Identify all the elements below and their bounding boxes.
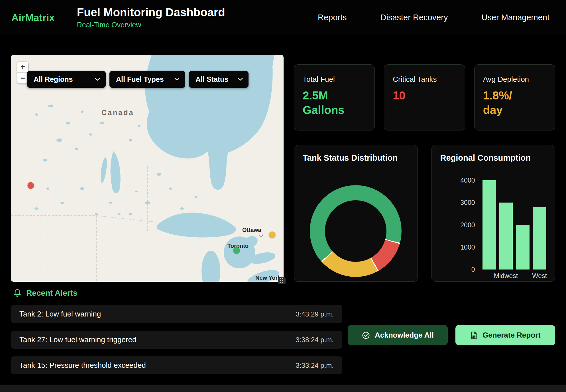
y-tick: 3000 [460, 199, 475, 207]
acknowledge-all-label: Acknowledge All [375, 331, 434, 340]
y-tick: 0 [471, 266, 475, 273]
bar-chart-plot [482, 180, 546, 270]
nav-disaster-recovery[interactable]: Disaster Recovery [380, 13, 448, 22]
map-marker-critical[interactable] [27, 182, 34, 189]
alert-time: 3:33:24 p.m. [296, 362, 334, 369]
app-header: AirMatrix Fuel Monitoring Dashboard Real… [0, 0, 566, 35]
document-icon [470, 331, 478, 340]
bar-chart-y-axis: 4000 3000 2000 1000 0 [455, 180, 475, 270]
alert-row: Tank 27: Low fuel warning triggered 3:38… [11, 331, 342, 349]
zoom-out-button[interactable]: − [17, 73, 28, 83]
map-zoom-control: + − [17, 62, 28, 83]
map-panel: Canada Ottawa Toronto New York + − All R… [11, 55, 284, 282]
alerts-heading: Recent Alerts [26, 289, 77, 298]
generate-report-label: Generate Report [482, 331, 541, 340]
donut-chart [310, 185, 402, 277]
stat-label: Total Fuel [303, 75, 366, 84]
x-tick [516, 272, 530, 280]
zoom-in-button[interactable]: + [17, 62, 28, 73]
stat-value: 10 [393, 88, 456, 103]
bar [516, 225, 530, 270]
stat-value-line: 2.5M [303, 88, 366, 103]
main-content: Canada Ottawa Toronto New York + − All R… [0, 35, 566, 392]
tank-status-card: Tank Status Distribution [294, 145, 418, 282]
charts-row: Tank Status Distribution Regional Consum… [294, 145, 555, 282]
x-tick: West [533, 272, 546, 280]
chevron-down-icon [174, 78, 180, 81]
map-label-new-york: New York [255, 275, 281, 281]
y-tick: 4000 [460, 177, 475, 184]
generate-report-button[interactable]: Generate Report [455, 325, 555, 345]
map-filter-bar: All Regions All Fuel Types All Status [27, 71, 249, 88]
alert-message: Tank 27: Low fuel warning triggered [19, 335, 136, 344]
regions-filter-dropdown[interactable]: All Regions [27, 71, 106, 88]
stat-card-critical-tanks: Critical Tanks 10 [384, 64, 465, 130]
alert-row: Tank 2: Low fuel warning 3:43:29 p.m. [11, 305, 342, 323]
stats-row: Total Fuel 2.5M Gallons Critical Tanks 1… [294, 64, 555, 130]
alert-message: Tank 15: Pressure threshold exceeded [19, 361, 146, 370]
fuel-types-filter-label: All Fuel Types [116, 75, 164, 83]
alert-list: Tank 2: Low fuel warning 3:43:29 p.m. Ta… [11, 305, 342, 374]
alerts-heading-row: Recent Alerts [11, 289, 555, 298]
map-marker-warning[interactable] [269, 232, 275, 238]
main-nav: Reports Disaster Recovery User Managemen… [318, 13, 555, 22]
stat-value-line: Gallons [303, 103, 366, 117]
stat-label: Avg Depletion [483, 75, 546, 84]
alert-row: Tank 15: Pressure threshold exceeded 3:3… [11, 356, 342, 374]
stat-label: Critical Tanks [393, 75, 456, 84]
nav-user-management[interactable]: User Management [481, 13, 549, 22]
recent-alerts-section: Recent Alerts Tank 2: Low fuel warning 3… [11, 289, 555, 374]
stat-value-line: 10 [393, 88, 456, 103]
stat-value-line: day [483, 103, 546, 117]
map-label-ottawa: Ottawa [242, 227, 262, 233]
regional-consumption-card: Regional Consumption 4000 3000 2000 1000… [431, 145, 555, 282]
title-block: Fuel Monitoring Dashboard Real-Time Over… [77, 6, 225, 29]
acknowledge-all-button[interactable]: Acknowledge All [348, 325, 448, 345]
bar-chart-x-axis: Midwest West [482, 272, 546, 280]
nav-reports[interactable]: Reports [318, 13, 347, 22]
bar [533, 207, 546, 270]
regions-filter-label: All Regions [34, 75, 73, 83]
status-filter-dropdown[interactable]: All Status [189, 71, 249, 88]
alert-message: Tank 2: Low fuel warning [19, 310, 101, 318]
stat-value: 1.8%/ day [483, 88, 546, 117]
x-tick: Midwest [499, 272, 513, 280]
donut-hole [325, 200, 386, 262]
page-title: Fuel Monitoring Dashboard [77, 6, 225, 19]
stat-card-total-fuel: Total Fuel 2.5M Gallons [294, 64, 375, 130]
bar [499, 203, 513, 270]
bar-chart: 4000 3000 2000 1000 0 [455, 180, 546, 270]
alert-time: 3:43:29 p.m. [296, 310, 334, 318]
map-marker-normal[interactable] [233, 247, 240, 254]
check-circle-icon [362, 331, 370, 340]
y-tick: 1000 [460, 243, 475, 251]
chevron-down-icon [95, 78, 100, 81]
alert-time: 3:38:24 p.m. [296, 336, 334, 344]
status-filter-label: All Status [196, 75, 228, 83]
map-basemap: Canada Ottawa Toronto New York [11, 55, 284, 282]
right-column: Total Fuel 2.5M Gallons Critical Tanks 1… [294, 55, 555, 282]
y-tick: 2000 [460, 221, 475, 229]
stat-value: 2.5M Gallons [303, 88, 366, 117]
stat-value-line: 1.8%/ [483, 88, 546, 103]
page-subtitle: Real-Time Overview [77, 21, 225, 29]
stat-card-avg-depletion: Avg Depletion 1.8%/ day [474, 64, 555, 130]
map-label-country: Canada [101, 109, 134, 117]
page: AirMatrix Fuel Monitoring Dashboard Real… [0, 0, 566, 392]
chevron-down-icon [238, 78, 243, 81]
donut-chart-title: Tank Status Distribution [303, 153, 409, 163]
bar-chart-title: Regional Consumption [440, 153, 547, 163]
bell-icon [13, 289, 22, 298]
city-dot-ottawa [260, 234, 262, 237]
map-canvas[interactable]: Canada Ottawa Toronto New York [11, 55, 284, 282]
resize-grip-icon[interactable] [278, 277, 286, 284]
fuel-types-filter-dropdown[interactable]: All Fuel Types [109, 71, 185, 88]
brand-logo: AirMatrix [11, 12, 55, 23]
bottom-bar [0, 385, 566, 392]
alert-actions: Acknowledge All Generate Report [348, 325, 555, 345]
bar [482, 180, 496, 270]
